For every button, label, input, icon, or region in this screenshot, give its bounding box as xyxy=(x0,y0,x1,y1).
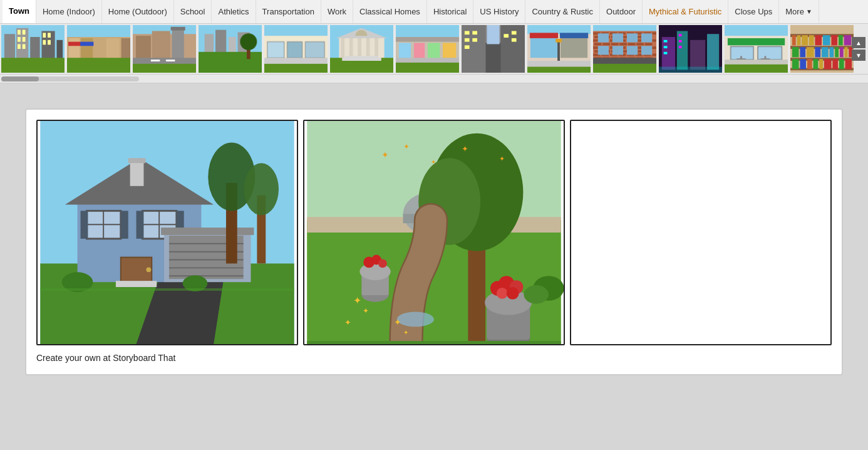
svg-point-21 xyxy=(146,267,151,272)
svg-point-60 xyxy=(507,287,519,300)
thumbnail-5[interactable] xyxy=(263,24,329,74)
thumbnail-strip[interactable] xyxy=(0,24,868,74)
svg-rect-6 xyxy=(128,158,146,163)
scroll-down-button[interactable]: ▼ xyxy=(852,50,865,61)
svg-text:✦: ✦ xyxy=(353,295,361,306)
nav-tab-home-indoor[interactable]: Home (Indoor) xyxy=(36,0,102,24)
svg-text:✦: ✦ xyxy=(381,150,389,160)
svg-text:✦: ✦ xyxy=(462,144,469,154)
nav-tab-classical-homes[interactable]: Classical Homes xyxy=(353,0,427,24)
nav-tab-outdoor[interactable]: Outdoor xyxy=(600,0,643,24)
svg-point-73 xyxy=(524,285,549,304)
thumbnail-10[interactable] xyxy=(592,24,658,74)
svg-rect-37 xyxy=(40,288,294,291)
svg-text:✦: ✦ xyxy=(403,329,408,336)
svg-text:✦: ✦ xyxy=(363,306,369,315)
svg-rect-12 xyxy=(121,211,128,239)
thumbnail-7[interactable] xyxy=(395,24,460,74)
thumbnail-11[interactable] xyxy=(658,24,723,74)
thumbnail-9[interactable] xyxy=(526,24,592,74)
nav-tab-school[interactable]: School xyxy=(174,0,212,24)
svg-text:✦: ✦ xyxy=(394,317,401,327)
nav-tab-home-outdoor[interactable]: Home (Outdoor) xyxy=(102,0,174,24)
scrollbar-thumb[interactable] xyxy=(1,76,39,81)
svg-text:✦: ✦ xyxy=(499,155,505,162)
thumbnail-13[interactable] xyxy=(789,24,855,74)
thumbnail-strip-container: ▲ ▼ xyxy=(0,24,868,75)
svg-rect-22 xyxy=(116,281,157,287)
thumbnail-2[interactable] xyxy=(66,24,132,74)
svg-text:✦: ✦ xyxy=(403,142,410,151)
nav-tab-country-rustic[interactable]: Country & Rustic xyxy=(525,0,600,24)
svg-text:✦: ✦ xyxy=(344,318,351,327)
nav-tab-historical[interactable]: Historical xyxy=(427,0,473,24)
horizontal-scrollbar[interactable] xyxy=(0,75,868,83)
scene1-svg xyxy=(38,121,297,344)
storyboard-cells: ✦ ✦ ✦ ✦ ✦ ✦ ✦ ✦ ✦ ✦ xyxy=(36,120,832,345)
thumbnail-8[interactable] xyxy=(460,24,526,74)
scene2-svg: ✦ ✦ ✦ ✦ ✦ ✦ ✦ ✦ ✦ ✦ xyxy=(304,121,564,344)
svg-rect-71 xyxy=(307,341,561,344)
main-content: ✦ ✦ ✦ ✦ ✦ ✦ ✦ ✦ ✦ ✦ xyxy=(0,83,868,416)
storyboard-cell-3[interactable] xyxy=(570,120,832,345)
nav-tab-us-history[interactable]: US History xyxy=(473,0,525,24)
svg-point-46 xyxy=(397,312,434,327)
nav-tab-athletics[interactable]: Athletics xyxy=(212,0,256,24)
svg-rect-17 xyxy=(137,211,144,239)
storyboard-cell-1[interactable] xyxy=(36,120,298,345)
nav-tab-more[interactable]: More ▼ xyxy=(779,0,819,24)
more-dropdown-arrow-icon: ▼ xyxy=(806,8,812,15)
nav-tab-mythical-futuristic[interactable]: Mythical & Futuristic xyxy=(643,0,728,24)
svg-text:✦: ✦ xyxy=(431,159,436,165)
svg-point-52 xyxy=(378,259,387,268)
svg-rect-11 xyxy=(81,211,88,239)
thumbnail-6[interactable] xyxy=(329,24,395,74)
nav-tab-work[interactable]: Work xyxy=(321,0,353,24)
thumbnail-1[interactable] xyxy=(0,24,66,74)
thumbnail-3[interactable] xyxy=(132,24,197,74)
nav-tab-close-ups[interactable]: Close Ups xyxy=(728,0,779,24)
thumbnail-4[interactable] xyxy=(197,24,263,74)
svg-point-59 xyxy=(497,288,508,299)
nav-tab-transportation[interactable]: Transportation xyxy=(256,0,321,24)
navigation-bar: Town Home (Indoor) Home (Outdoor) School… xyxy=(0,0,868,24)
storyboard-caption: Create your own at Storyboard That xyxy=(36,352,832,364)
svg-rect-24 xyxy=(161,228,254,235)
thumbnail-12[interactable] xyxy=(723,24,789,74)
svg-point-34 xyxy=(244,163,279,215)
storyboard-panel: ✦ ✦ ✦ ✦ ✦ ✦ ✦ ✦ ✦ ✦ xyxy=(25,108,843,375)
scroll-arrows: ▲ ▼ xyxy=(852,37,865,61)
storyboard-cell-2[interactable]: ✦ ✦ ✦ ✦ ✦ ✦ ✦ ✦ ✦ ✦ xyxy=(303,120,565,345)
scrollbar-track xyxy=(1,76,139,81)
svg-rect-5 xyxy=(130,161,144,186)
nav-tab-town[interactable]: Town xyxy=(3,0,36,24)
scroll-up-button[interactable]: ▲ xyxy=(852,37,865,48)
